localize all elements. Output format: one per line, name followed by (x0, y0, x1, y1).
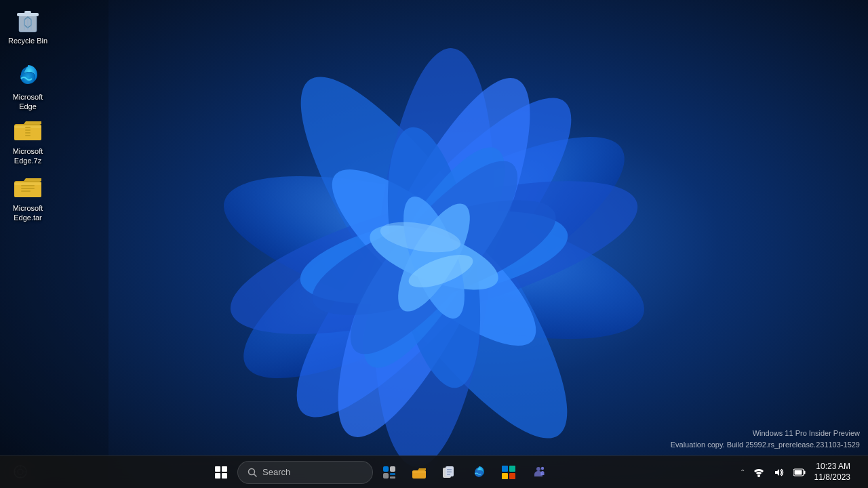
taskbar: Search (0, 455, 868, 488)
store-button[interactable] (495, 459, 522, 486)
svg-line-51 (254, 474, 257, 476)
svg-rect-61 (447, 469, 452, 470)
clock-date: 11/8/2023 (814, 472, 850, 483)
recycle-bin-icon (14, 6, 41, 33)
edge-7z-label: Microsoft Edge.7z (6, 146, 50, 166)
search-box[interactable]: Search (237, 461, 373, 484)
search-placeholder: Search (262, 467, 290, 477)
folder-tar-icon (14, 174, 41, 201)
taskbar-center: Search (41, 459, 719, 486)
edge-icon (14, 62, 41, 89)
svg-rect-62 (447, 471, 452, 472)
svg-rect-46 (215, 466, 220, 472)
battery-icon[interactable] (791, 462, 808, 483)
tray-expand-arrow[interactable]: ⌃ (738, 466, 747, 479)
folder-7z-icon (14, 117, 41, 144)
svg-rect-53 (390, 466, 395, 472)
desktop-icon-recycle-bin[interactable]: Recycle Bin (3, 3, 52, 48)
network-icon[interactable] (751, 462, 767, 483)
edge-taskbar-button[interactable] (465, 459, 492, 486)
svg-rect-67 (509, 473, 515, 479)
volume-icon[interactable] (771, 462, 787, 483)
file-explorer-button[interactable] (406, 459, 433, 486)
search-icon (248, 468, 257, 477)
svg-rect-54 (383, 473, 389, 479)
svg-rect-63 (447, 474, 450, 475)
teams-button[interactable] (525, 459, 552, 486)
svg-rect-56 (390, 476, 395, 479)
svg-rect-47 (222, 466, 227, 472)
svg-point-70 (757, 474, 760, 477)
svg-rect-73 (794, 470, 802, 474)
svg-rect-72 (804, 470, 805, 474)
watermark-line1: Windows 11 Pro Insider Preview (671, 428, 860, 439)
svg-point-68 (536, 467, 540, 471)
taskbar-right: ⌃ (719, 460, 868, 484)
recycle-bin-label: Recycle Bin (8, 36, 47, 45)
clock-time: 10:23 AM (816, 462, 850, 472)
svg-rect-48 (215, 473, 220, 479)
svg-rect-37 (21, 185, 35, 186)
svg-rect-32 (25, 132, 31, 134)
svg-rect-36 (14, 182, 41, 185)
widgets-button[interactable] (376, 459, 403, 486)
svg-rect-58 (412, 471, 426, 473)
svg-rect-64 (502, 466, 508, 472)
system-clock[interactable]: 10:23 AM 11/8/2023 (812, 460, 853, 484)
svg-rect-66 (502, 473, 508, 479)
svg-point-69 (541, 466, 544, 469)
svg-rect-33 (25, 135, 31, 136)
svg-rect-38 (21, 188, 35, 189)
desktop-icon-edge[interactable]: Microsoft Edge (3, 60, 52, 115)
windows-watermark: Windows 11 Pro Insider Preview Evaluatio… (671, 428, 860, 450)
svg-rect-65 (509, 466, 515, 472)
desktop-icon-edge-tar[interactable]: Microsoft Edge.tar (3, 171, 52, 226)
start-button[interactable] (208, 459, 235, 486)
edge-tar-label: Microsoft Edge.tar (6, 203, 50, 223)
svg-rect-49 (222, 473, 227, 479)
watermark-line2: Evaluation copy. Build 25992.rs_prerelea… (671, 439, 860, 451)
desktop: Recycle Bin (0, 0, 868, 488)
svg-rect-23 (24, 11, 31, 14)
files-button[interactable] (435, 459, 462, 486)
svg-rect-55 (390, 473, 395, 475)
edge-label: Microsoft Edge (6, 92, 50, 112)
svg-rect-52 (383, 466, 389, 472)
desktop-icon-edge-7z[interactable]: Microsoft Edge.7z (3, 114, 52, 169)
svg-rect-31 (25, 129, 31, 131)
svg-rect-39 (21, 190, 31, 192)
svg-rect-30 (25, 127, 31, 128)
